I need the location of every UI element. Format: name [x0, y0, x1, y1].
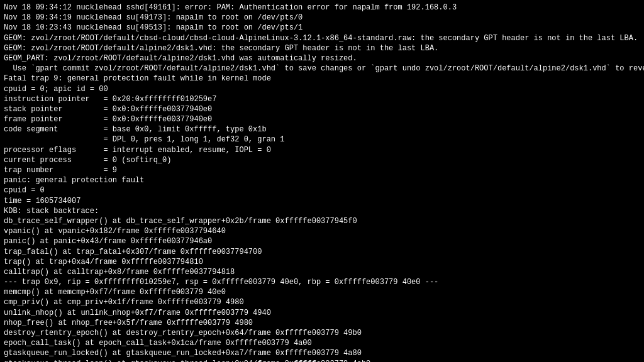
terminal-line: time = 1605734007 [4, 196, 640, 206]
terminal-line: panic() at panic+0x43/frame 0xfffffe0037… [4, 236, 640, 246]
terminal-line: GEOM_PART: zvol/zroot/ROOT/default/alpin… [4, 53, 640, 63]
terminal-line: cpuid = 0; apic id = 00 [4, 84, 640, 94]
terminal-line: trap() at trap+0xa4/frame 0xfffffe003779… [4, 257, 640, 267]
terminal-line: processor eflags = interrupt enabled, re… [4, 145, 640, 155]
terminal-line: gtaskqueue_thread_loop() at gtaskqueue_t… [4, 359, 640, 362]
terminal-line: GEOM: zvol/zroot/ROOT/default/alpine2/ds… [4, 43, 640, 53]
terminal-line: cmp_priv() at cmp_priv+0x1f/frame 0xffff… [4, 297, 640, 307]
terminal-line: Nov 18 09:34:12 nucklehead sshd[49161]: … [4, 3, 640, 13]
terminal-line: --- trap 0x9, rip = 0xffffffff010259e7, … [4, 277, 640, 287]
terminal-line: KDB: stack backtrace: [4, 206, 640, 216]
terminal-line: stack pointer = 0x0:0xfffffe00377940e0 [4, 104, 640, 114]
terminal-line: frame pointer = 0x0:0xfffffe00377940e0 [4, 114, 640, 124]
terminal-line: trap number = 9 [4, 165, 640, 175]
terminal-line: unlink_nhop() at unlink_nhop+0xf7/frame … [4, 308, 640, 318]
terminal-line: cpuid = 0 [4, 185, 640, 195]
terminal-line: = DPL 0, pres 1, long 1, def32 0, gran 1 [4, 134, 640, 145]
terminal-line: GEOM: zvol/zroot/ROOT/default/cbsd-cloud… [4, 33, 640, 43]
terminal-line: vpanic() at vpanic+0x182/frame 0xfffffe0… [4, 226, 640, 236]
terminal-output: Nov 18 09:34:12 nucklehead sshd[49161]: … [4, 3, 640, 362]
terminal-line: Nov 18 09:34:19 nucklehead su[49173]: na… [4, 13, 640, 23]
terminal-line: current process = 0 (softirq_0) [4, 155, 640, 165]
terminal-line: code segment = base 0x0, limit 0xfffff, … [4, 124, 640, 134]
terminal-line: calltrap() at calltrap+0x8/frame 0xfffff… [4, 267, 640, 277]
terminal-line: Nov 18 10:23:43 nucklehead su[49513]: na… [4, 23, 640, 33]
terminal-line: nhop_free() at nhop_free+0x5f/frame 0xff… [4, 318, 640, 328]
terminal-line: epoch_call_task() at epoch_call_task+0x1… [4, 338, 640, 348]
terminal-line: gtaskqueue_run_locked() at gtaskqueue_ru… [4, 348, 640, 358]
terminal-line: db_trace_self_wrapper() at db_trace_self… [4, 216, 640, 226]
terminal-line: memcmp() at memcmp+0xf7/frame 0xfffffe00… [4, 287, 640, 297]
terminal-line: destroy_rtentry_epoch() at destroy_rtent… [4, 328, 640, 338]
terminal-line: Use `gpart commit zvol/zroot/ROOT/defaul… [4, 63, 640, 74]
terminal-line: Fatal trap 9: general protection fault w… [4, 74, 640, 84]
terminal-line: instruction pointer = 0x20:0xffffffff010… [4, 94, 640, 104]
terminal-line: trap_fatal() at trap_fatal+0x307/frame 0… [4, 247, 640, 257]
terminal-line: panic: general protection fault [4, 175, 640, 185]
